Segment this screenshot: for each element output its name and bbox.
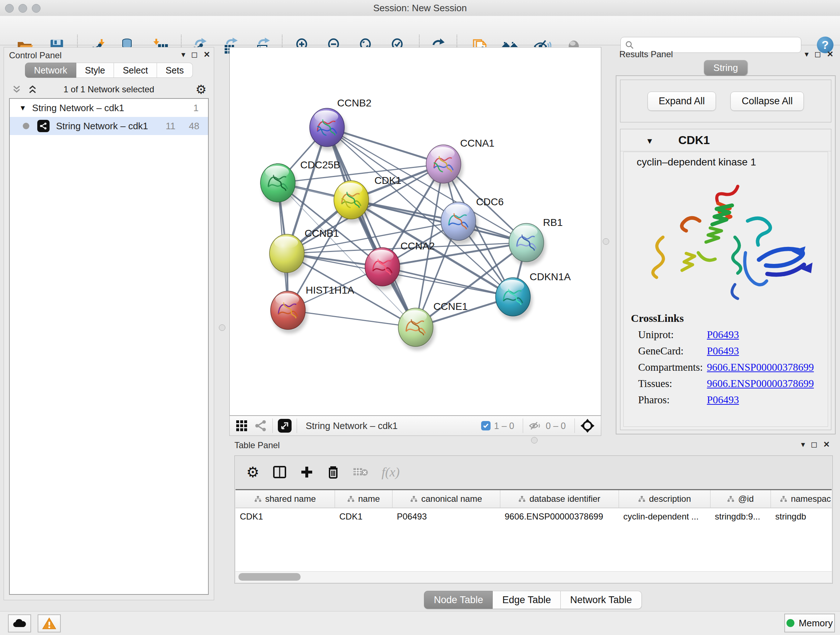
network-row-selected[interactable]: String Network – cdk1 11 48: [10, 117, 208, 135]
column-type-icon: [347, 495, 355, 502]
column-header-canonical-name[interactable]: canonical name: [393, 490, 500, 508]
float-panel-icon[interactable]: ▾: [181, 51, 185, 59]
birds-eye-target-icon[interactable]: [580, 418, 595, 433]
column-header--id[interactable]: @id: [711, 490, 771, 508]
tab-sets[interactable]: Sets: [157, 63, 193, 78]
network-node-CDK1[interactable]: CDK1: [334, 175, 401, 223]
table-row[interactable]: CDK1CDK1P064939606.ENSP00000378699cyclin…: [235, 508, 832, 525]
table-settings-gear-icon[interactable]: ⚙: [246, 464, 259, 480]
tab-edge-table[interactable]: Edge Table: [493, 591, 561, 609]
column-header-description[interactable]: description: [619, 490, 711, 508]
node-gloss: [339, 183, 363, 195]
column-header-shared-name[interactable]: shared name: [235, 490, 335, 508]
scrollbar-thumb[interactable]: [238, 573, 301, 581]
close-panel-icon[interactable]: ✕: [204, 51, 210, 59]
node-label: CDK1: [374, 175, 401, 186]
splitter-handle-left[interactable]: [219, 325, 225, 331]
function-builder-icon: f(x): [382, 464, 400, 480]
tab-select[interactable]: Select: [114, 63, 156, 78]
show-columns-icon[interactable]: [272, 465, 287, 479]
table-cell-shared-name[interactable]: CDK1: [235, 508, 335, 525]
close-panel-icon[interactable]: ✕: [827, 50, 834, 58]
network-view-share-icon[interactable]: [254, 419, 267, 432]
tab-network-table[interactable]: Network Table: [561, 591, 642, 609]
column-type-icon: [254, 495, 262, 502]
gene-section-header[interactable]: ▼ CDK1: [621, 129, 831, 151]
node-gloss: [265, 166, 289, 178]
tab-network[interactable]: Network: [25, 63, 76, 78]
network-options-gear-icon[interactable]: ⚙: [196, 82, 207, 97]
results-panel-title: Results Panel: [619, 49, 673, 59]
network-node-CCNB2[interactable]: CCNB2: [309, 97, 371, 150]
crosslink-value-link[interactable]: P06493: [707, 345, 739, 357]
collapse-all-button[interactable]: Collapse All: [730, 92, 804, 111]
crosslinks-section: CrossLinks Uniprot:P06493GeneCard:P06493…: [624, 312, 828, 406]
tab-style[interactable]: Style: [76, 63, 114, 78]
column-header-name[interactable]: name: [335, 490, 393, 508]
warnings-button[interactable]: [38, 614, 61, 632]
crosslinks-heading: CrossLinks: [624, 312, 828, 325]
network-node-CDC25B[interactable]: CDC25B: [261, 159, 340, 206]
network-status-dot: [23, 123, 29, 129]
crosslink-value-link[interactable]: 9606.ENSP00000378699: [707, 378, 814, 390]
table-cell--id[interactable]: stringdb:9...: [711, 508, 771, 525]
edge-CCNB2-CCNE1[interactable]: [327, 127, 416, 327]
add-column-icon[interactable]: [300, 465, 314, 479]
network-node-CCNB1[interactable]: CCNB1: [270, 228, 339, 277]
maximize-panel-icon[interactable]: ◻: [811, 440, 817, 448]
network-collection-row[interactable]: ▼ String Network – cdk1 1: [10, 99, 208, 117]
column-type-icon: [727, 495, 734, 502]
network-node-RB1[interactable]: RB1: [509, 217, 562, 266]
maximize-panel-icon[interactable]: ◻: [814, 50, 821, 58]
tab-string[interactable]: String: [704, 60, 747, 75]
node-label: CDC25B: [300, 159, 340, 171]
maximize-panel-icon[interactable]: ◻: [191, 51, 197, 59]
network-node-CDC6[interactable]: CDC6: [441, 196, 504, 244]
node-gloss: [314, 111, 338, 123]
tab-node-table[interactable]: Node Table: [424, 591, 493, 609]
node-gloss: [431, 147, 455, 159]
edge-CCNA2-CDKN1A[interactable]: [382, 267, 513, 297]
table-panel-title: Table Panel: [234, 440, 279, 450]
table-cell-database-identifier[interactable]: 9606.ENSP00000378699: [500, 508, 619, 525]
node-gloss: [274, 236, 298, 249]
table-cell-description[interactable]: cyclin-dependent ...: [619, 508, 711, 525]
node-label: CCNA2: [401, 241, 435, 252]
memory-button[interactable]: Memory: [784, 614, 835, 632]
node-gloss: [370, 250, 393, 262]
divider: [575, 418, 575, 433]
grid-view-icon[interactable]: [235, 420, 248, 432]
collection-expand-caret[interactable]: ▼: [19, 104, 27, 112]
crosslink-value-link[interactable]: P06493: [707, 329, 739, 340]
table-cell-namespac[interactable]: stringdb: [771, 508, 832, 525]
column-header-namespac[interactable]: namespac: [771, 490, 832, 508]
open-in-window-icon[interactable]: [278, 419, 292, 432]
network-canvas[interactable]: CCNB2CCNA1CDC25BCDK1CDC6RB1CCNB1CCNA2CDK…: [229, 47, 601, 416]
table-tabs: Node Table Edge Table Network Table: [229, 591, 836, 609]
network-selection-summary: 1 of 1 Network selected: [9, 84, 209, 95]
table-cell-name[interactable]: CDK1: [335, 508, 393, 525]
crosslink-value-link[interactable]: P06493: [707, 394, 739, 406]
selected-checkbox-icon[interactable]: [481, 421, 491, 431]
results-panel: Results Panel ▾ ◻ ✕ String Expand All Co…: [615, 47, 836, 434]
cloud-status-button[interactable]: [8, 614, 31, 632]
float-panel-icon[interactable]: ▾: [805, 50, 808, 58]
delete-column-icon[interactable]: [327, 465, 340, 479]
network-list: ▼ String Network – cdk1 1 String Network…: [9, 98, 209, 595]
float-panel-icon[interactable]: ▾: [801, 440, 805, 448]
network-node-CDKN1A[interactable]: CDKN1A: [496, 271, 571, 320]
divider: [297, 418, 297, 433]
network-node-HIST1H1A[interactable]: HIST1H1A: [271, 285, 354, 333]
column-header-database-identifier[interactable]: database identifier: [500, 490, 619, 508]
node-gloss: [403, 310, 427, 323]
gene-collapse-caret[interactable]: ▼: [646, 136, 654, 146]
horizontal-scrollbar[interactable]: [235, 571, 832, 583]
node-label: RB1: [543, 217, 562, 228]
network-node-CCNE1[interactable]: CCNE1: [398, 301, 468, 350]
node-gloss: [500, 280, 524, 292]
crosslink-value-link[interactable]: 9606.ENSP00000378699: [707, 361, 814, 373]
splitter-handle-right[interactable]: [603, 238, 609, 245]
expand-all-button[interactable]: Expand All: [647, 92, 716, 111]
close-panel-icon[interactable]: ✕: [823, 440, 830, 448]
table-cell-canonical-name[interactable]: P06493: [393, 508, 500, 525]
